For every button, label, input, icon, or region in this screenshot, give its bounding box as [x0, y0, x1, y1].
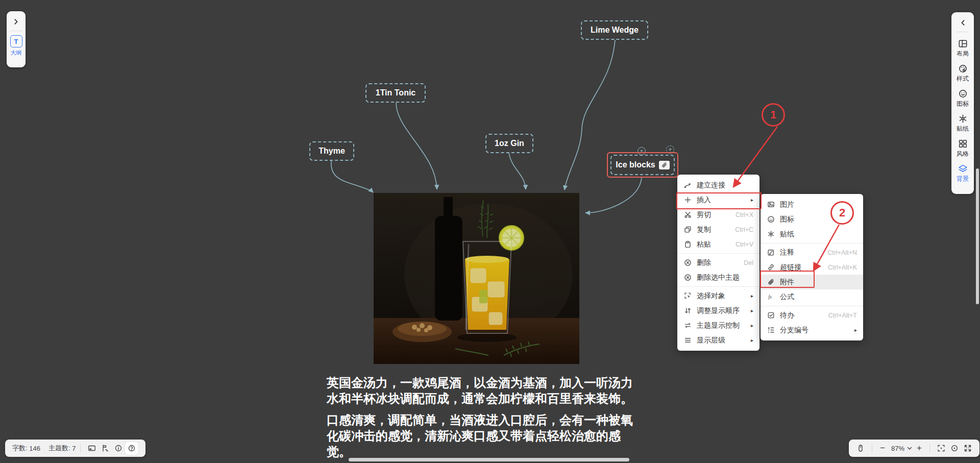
mouse-icon[interactable]	[854, 442, 867, 455]
levels-list-icon	[683, 336, 692, 344]
topic-label: Thyme	[318, 147, 345, 156]
topic-description: 英国金汤力，一款鸡尾酒，以金酒为基酒，加入一听汤力水和半杯冰块调配而成，通常会加…	[327, 375, 635, 463]
chevron-right-icon	[13, 19, 19, 25]
submenu-arrow-icon: ▸	[854, 327, 857, 333]
collapse-sidebar-button[interactable]	[957, 17, 968, 28]
menu-item-delete-selected[interactable]: 删除选中主题	[677, 270, 760, 285]
smiley-icon	[958, 89, 968, 99]
outline-button[interactable]: T	[10, 35, 22, 47]
paperclip-icon	[661, 162, 668, 168]
sidebar-item-sticker[interactable]: 贴纸	[957, 114, 969, 133]
menu-separator	[677, 253, 760, 254]
description-paragraph-2: 口感清爽，调配简单，当酒液进入口腔后，会有一种被氧化碳冲击的感觉，清新沁爽口感又…	[327, 412, 635, 459]
fit-screen-icon[interactable]	[935, 442, 948, 455]
menu-separator	[677, 286, 760, 287]
chevron-down-icon	[907, 447, 912, 450]
topic-node-ice-blocks[interactable]: Ice blocks	[610, 155, 675, 175]
topic-node-thyme[interactable]: Thyme	[309, 141, 354, 161]
expand-panel-button[interactable]	[11, 16, 22, 27]
submenu-item-note[interactable]: 注释 Ctrl+Alt+N	[761, 245, 863, 260]
annotation-box-insert	[676, 192, 762, 209]
note-icon	[767, 249, 775, 256]
zoom-out-button[interactable]: −	[877, 443, 888, 453]
zoom-in-button[interactable]: +	[914, 443, 925, 453]
sidebar-item-layout[interactable]: 布局	[957, 39, 969, 58]
divider	[872, 444, 872, 452]
formula-icon: fx	[767, 293, 775, 301]
central-topic-image[interactable]	[374, 193, 579, 364]
topic-label: 1oz Gin	[495, 139, 524, 148]
topic-count-label: 主题数:	[48, 444, 70, 453]
submenu-item-formula[interactable]: fx 公式	[761, 289, 863, 304]
annotation-step-1: 1	[762, 103, 785, 127]
format-sidebar: 布局 样式 图标 贴纸 风格 背景	[951, 12, 974, 194]
paste-icon	[683, 240, 692, 248]
zoom-toolbar: − 87% +	[849, 440, 979, 457]
sidebar-item-icon[interactable]: 图标	[957, 89, 969, 108]
numbering-icon	[767, 326, 775, 334]
sort-arrows-icon	[683, 307, 692, 314]
mindmap-canvas[interactable]: Thyme 1Tin Tonic 1oz Gin Lime Wedge + + …	[0, 0, 980, 463]
sticker-icon	[958, 114, 968, 124]
menu-separator	[761, 306, 863, 306]
topic-label: Lime Wedge	[591, 26, 639, 35]
fullscreen-icon[interactable]	[961, 442, 974, 455]
chevron-left-icon	[960, 20, 966, 26]
word-count-value: 146	[29, 445, 40, 452]
vertical-scrollbar[interactable]	[976, 168, 979, 304]
delete-circle-icon	[683, 259, 692, 266]
svg-text:fx: fx	[768, 294, 772, 300]
connect-icon	[683, 181, 692, 189]
zoom-level-value: 87%	[891, 445, 904, 452]
sidebar-item-background[interactable]: 背景	[957, 164, 969, 183]
sticker-icon	[767, 230, 775, 238]
menu-item-cut[interactable]: 剪切 Ctrl+X	[677, 207, 760, 222]
image-icon	[767, 201, 775, 208]
submenu-arrow-icon: ▸	[751, 308, 753, 313]
status-bar: 字数: 146 主题数: 7	[5, 440, 145, 457]
submenu-item-todo[interactable]: 待办 Ctrl+Alt+T	[761, 308, 863, 323]
horizontal-scrollbar[interactable]	[349, 458, 629, 461]
annotation-box-attachment	[760, 271, 815, 288]
word-count-label: 字数:	[12, 444, 28, 453]
topic-count-value: 7	[72, 445, 76, 452]
submenu-item-branch-numbering[interactable]: 分支编号 ▸	[761, 323, 863, 337]
menu-item-paste[interactable]: 粘贴 Ctrl+V	[677, 237, 760, 252]
link-icon	[767, 263, 775, 271]
submenu-item-sticker[interactable]: 贴纸	[761, 227, 863, 241]
ruler-flag-icon[interactable]	[99, 442, 112, 455]
divider	[10, 31, 22, 31]
sidebar-item-theme[interactable]: 风格	[957, 139, 969, 158]
menu-separator	[761, 243, 863, 243]
menu-item-create-connection[interactable]: 建立连接	[677, 178, 760, 192]
topic-label: 1Tin Tonic	[376, 88, 416, 98]
delete-circle-icon	[683, 274, 692, 281]
annotation-step-2: 2	[830, 201, 854, 225]
scissors-icon	[683, 211, 692, 218]
submenu-arrow-icon: ▸	[751, 293, 753, 299]
sidebar-item-style[interactable]: 样式	[957, 64, 969, 83]
menu-item-select-objects[interactable]: 选择对象 ▸	[677, 288, 760, 303]
menu-item-display-levels[interactable]: 显示层级 ▸	[677, 333, 760, 348]
divider	[80, 444, 81, 452]
attachment-badge[interactable]	[659, 161, 670, 169]
todo-icon	[767, 311, 775, 319]
zoom-dropdown-button[interactable]	[905, 442, 914, 455]
topic-node-lime-wedge[interactable]: Lime Wedge	[581, 20, 648, 40]
topic-node-tin-tonic[interactable]: 1Tin Tonic	[365, 83, 426, 103]
locate-target-icon[interactable]	[948, 442, 961, 455]
minimap-card-icon[interactable]	[85, 442, 99, 455]
background-layers-icon	[958, 164, 968, 174]
menu-item-topic-display[interactable]: 主题显示控制 ▸	[677, 318, 760, 333]
topic-node-oz-gin[interactable]: 1oz Gin	[485, 134, 533, 153]
menu-item-copy[interactable]: 复制 Ctrl+C	[677, 222, 760, 237]
swap-arrows-icon	[683, 322, 692, 329]
outline-panel: T 大纲	[7, 11, 26, 67]
help-icon[interactable]	[125, 442, 138, 455]
menu-item-delete[interactable]: 删除 Del	[677, 255, 760, 270]
info-icon[interactable]	[112, 442, 125, 455]
menu-item-adjust-order[interactable]: 调整显示顺序 ▸	[677, 303, 760, 318]
submenu-arrow-icon: ▸	[751, 337, 753, 343]
select-cursor-icon	[683, 292, 692, 300]
divider	[957, 32, 969, 32]
